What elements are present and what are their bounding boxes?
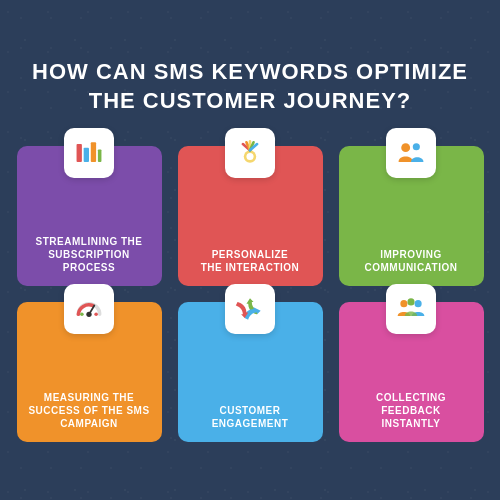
feedback-icon xyxy=(386,284,436,334)
card-feedback: COLLECTING FEEDBACKINSTANTLY xyxy=(339,302,484,442)
svg-rect-3 xyxy=(98,149,102,161)
card-communication: IMPROVINGCOMMUNICATION xyxy=(339,146,484,286)
communication-label: IMPROVINGCOMMUNICATION xyxy=(357,248,466,274)
feedback-label: COLLECTING FEEDBACKINSTANTLY xyxy=(339,391,484,430)
personalize-icon xyxy=(225,128,275,178)
svg-rect-2 xyxy=(91,142,96,162)
engagement-icon xyxy=(225,284,275,334)
svg-point-7 xyxy=(413,143,420,150)
subscription-icon xyxy=(64,128,114,178)
svg-point-13 xyxy=(415,300,422,307)
svg-point-11 xyxy=(94,312,98,316)
card-engagement: CUSTOMERENGAGEMENT xyxy=(178,302,323,442)
svg-point-14 xyxy=(407,298,414,305)
page-title: HOW CAN SMS KEYWORDS OPTIMIZE THE CUSTOM… xyxy=(12,58,488,115)
communication-icon xyxy=(386,128,436,178)
engagement-label: CUSTOMERENGAGEMENT xyxy=(204,404,297,430)
personalize-label: PERSONALIZETHE INTERACTION xyxy=(193,248,308,274)
svg-point-6 xyxy=(401,143,410,152)
card-subscription: STREAMLINING THESUBSCRIPTIONPROCESS xyxy=(17,146,162,286)
card-measuring: MEASURING THESUCCESS OF THE SMSCAMPAIGN xyxy=(17,302,162,442)
measuring-icon xyxy=(64,284,114,334)
svg-rect-1 xyxy=(84,147,89,161)
svg-point-10 xyxy=(80,312,84,316)
card-personalize: PERSONALIZETHE INTERACTION xyxy=(178,146,323,286)
svg-point-5 xyxy=(246,153,253,160)
cards-grid: STREAMLINING THESUBSCRIPTIONPROCESS PERS… xyxy=(0,146,500,442)
svg-rect-0 xyxy=(77,144,82,162)
subscription-label: STREAMLINING THESUBSCRIPTIONPROCESS xyxy=(28,235,151,274)
measuring-label: MEASURING THESUCCESS OF THE SMSCAMPAIGN xyxy=(20,391,157,430)
svg-point-12 xyxy=(400,300,407,307)
